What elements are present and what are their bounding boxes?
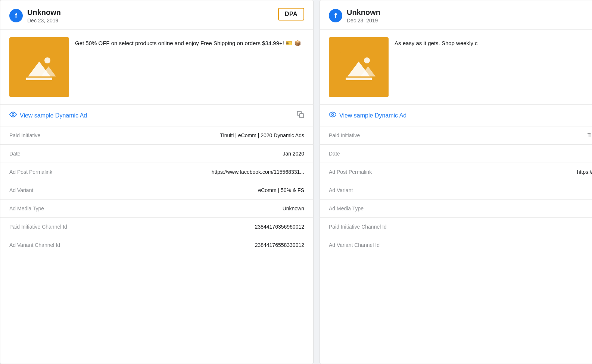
metadata-value: Jan 2020 [99,151,304,157]
metadata-label: Ad Variant [329,187,418,193]
metadata-value: 23844176356960012 [99,224,304,230]
metadata-row: Ad Variant Channel Id 23 [320,236,592,254]
metadata-label: Ad Post Permalink [9,169,99,175]
metadata-label: Date [9,151,99,157]
metadata-value: 23 [418,224,592,230]
dpa-badge: DPA [278,8,304,21]
view-sample-text: View sample Dynamic Ad [20,112,87,119]
header-left: f Unknown Dec 23, 2019 [329,8,380,23]
metadata-row: Ad Variant eComm | 50% & FS [0,181,313,200]
metadata-row: Ad Post Permalink https://www.facebook.c… [0,163,313,181]
eye-icon [9,111,17,120]
metadata-value: https://www.facebook.com/115568331... [99,169,304,175]
svg-rect-11 [346,78,372,80]
svg-rect-4 [26,78,52,80]
metadata-row: Ad Variant eCo [320,181,592,200]
ad-date: Dec 23, 2019 [27,18,61,23]
ad-content-section: As easy as it gets. Shop weekly c [320,30,592,105]
metadata-row: Paid Initiative Channel Id 23 [320,218,592,236]
cards-container: f Unknown Dec 23, 2019 DPA [0,0,592,364]
svg-rect-6 [300,114,304,118]
metadata-label: Date [329,151,418,157]
header-text: Unknown Dec 23, 2019 [27,8,61,23]
metadata-row: Ad Post Permalink https://www.faceboo [320,163,592,181]
metadata-table: Paid Initiative Tinuiti | eComm | 2020 D… [0,126,313,254]
copy-icon[interactable] [297,111,304,120]
ad-content-section: Get 50% OFF on select products online an… [0,30,313,105]
ad-image [329,37,389,97]
view-sample-section[interactable]: View sample Dynamic Ad [320,105,592,126]
facebook-icon: f [329,9,342,22]
metadata-label: Paid Initiative Channel Id [329,224,418,230]
metadata-label: Paid Initiative Channel Id [9,224,99,230]
metadata-value: 23844176558330012 [99,242,304,248]
metadata-value: eCo [418,187,592,193]
metadata-label: Paid Initiative [9,132,99,138]
metadata-row: Paid Initiative Tinuiti | eComm | 2020 D… [0,126,313,145]
metadata-label: Ad Variant [9,187,99,193]
card-header: f Unknown Dec 23, 2019 DPA [0,0,313,30]
header-left: f Unknown Dec 23, 2019 [9,8,61,23]
svg-point-10 [364,57,370,63]
ad-body-text: As easy as it gets. Shop weekly c [395,37,478,48]
metadata-label: Ad Variant Channel Id [329,242,418,248]
metadata-value: Unknown [99,205,304,211]
metadata-value: 23 [418,242,592,248]
metadata-label: Ad Variant Channel Id [9,242,99,248]
metadata-row: Ad Media Type [320,200,592,218]
metadata-table: Paid Initiative Tinuiti | eComm Date Ad … [320,126,592,254]
metadata-row: Ad Variant Channel Id 23844176558330012 [0,236,313,254]
metadata-row: Paid Initiative Channel Id 2384417635696… [0,218,313,236]
metadata-row: Date [320,145,592,163]
view-sample-link[interactable]: View sample Dynamic Ad [9,111,87,120]
metadata-row: Paid Initiative Tinuiti | eComm [320,126,592,145]
svg-point-3 [44,57,50,63]
ad-body-text: Get 50% OFF on select products online an… [75,37,301,48]
view-sample-link[interactable]: View sample Dynamic Ad [329,111,406,120]
ad-title: Unknown [27,8,61,17]
metadata-value: Tinuiti | eComm [418,132,592,138]
facebook-icon: f [9,9,23,22]
header-text: Unknown Dec 23, 2019 [347,8,380,23]
metadata-row: Ad Media Type Unknown [0,200,313,218]
ad-card-1: f Unknown Dec 23, 2019 DPA [0,0,314,364]
metadata-label: Ad Post Permalink [329,169,418,175]
ad-date: Dec 23, 2019 [347,18,380,23]
ad-card-2: f Unknown Dec 23, 2019 [320,0,592,364]
card-header: f Unknown Dec 23, 2019 [320,0,592,30]
eye-icon [329,111,336,120]
metadata-label: Paid Initiative [329,132,418,138]
metadata-label: Ad Media Type [9,205,99,211]
metadata-value: eComm | 50% & FS [99,187,304,193]
metadata-label: Ad Media Type [329,205,418,211]
view-sample-section[interactable]: View sample Dynamic Ad [0,105,313,126]
view-sample-text: View sample Dynamic Ad [339,112,406,119]
ad-title: Unknown [347,8,380,17]
svg-point-12 [332,114,334,116]
metadata-value: Tinuiti | eComm | 2020 Dynamic Ads [99,132,304,138]
svg-point-5 [12,114,14,116]
metadata-value: https://www.faceboo [418,169,592,175]
ad-image [9,37,69,97]
metadata-row: Date Jan 2020 [0,145,313,163]
